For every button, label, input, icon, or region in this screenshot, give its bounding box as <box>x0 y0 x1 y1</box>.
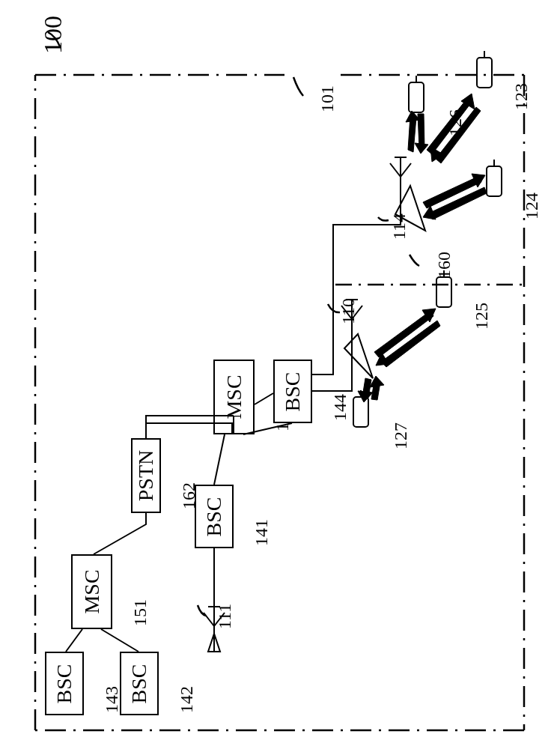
svg-marker-39 <box>406 111 420 122</box>
svg-marker-43 <box>461 94 475 109</box>
svg-line-24 <box>401 163 411 177</box>
svg-line-7 <box>101 629 139 652</box>
svg-marker-16 <box>208 634 220 652</box>
svg-marker-48 <box>423 206 436 219</box>
label-msc-right: MSC <box>222 374 246 419</box>
label-bsc-141: BSC <box>202 497 226 536</box>
ref-msc-left: 151 <box>130 599 150 626</box>
svg-marker-37 <box>408 116 416 152</box>
ref-123: 123 <box>511 83 532 110</box>
ref-110: 110 <box>338 298 359 324</box>
svg-marker-49 <box>374 311 433 357</box>
svg-line-13 <box>204 613 214 626</box>
ref-127: 127 <box>391 422 411 449</box>
device-126 <box>409 76 424 112</box>
svg-marker-55 <box>358 391 373 402</box>
ref-bsc-141: 141 <box>252 519 272 546</box>
ref-100: 100 <box>39 16 67 54</box>
svg-marker-38 <box>418 114 424 148</box>
svg-marker-52 <box>376 353 389 366</box>
label-msc-left: MSC <box>80 569 104 613</box>
ref-160: 160 <box>434 252 454 279</box>
svg-line-10 <box>255 393 273 404</box>
ref-125: 125 <box>472 303 492 330</box>
device-124 <box>487 160 502 196</box>
svg-marker-46 <box>428 187 487 219</box>
svg-line-23 <box>390 163 401 177</box>
svg-rect-35 <box>353 397 368 427</box>
svg-rect-33 <box>436 277 451 307</box>
block-bsc-142: BSC <box>120 652 159 715</box>
arrows-114-126 <box>406 111 428 154</box>
svg-rect-29 <box>477 58 492 88</box>
ref-bsc-143: 143 <box>102 686 122 713</box>
svg-marker-21 <box>344 334 373 378</box>
ref-114: 114 <box>389 213 410 240</box>
ref-bsc-144: 144 <box>330 394 350 421</box>
label-bsc-144: BSC <box>281 372 305 411</box>
arrows-110-127 <box>358 376 384 402</box>
svg-rect-27 <box>409 82 424 112</box>
svg-marker-44 <box>430 147 443 162</box>
svg-rect-31 <box>487 166 502 196</box>
ref-101: 101 <box>317 85 338 112</box>
ref-bsc-142: 142 <box>177 686 197 713</box>
block-bsc-141: BSC <box>195 485 234 548</box>
svg-line-6 <box>66 629 82 652</box>
block-msc-left: MSC <box>71 554 112 629</box>
block-bsc-144: BSC <box>273 360 312 423</box>
label-bsc-142: BSC <box>127 664 151 703</box>
label-bsc-143: BSC <box>52 664 76 703</box>
device-123 <box>477 51 492 88</box>
block-bsc-143: BSC <box>45 652 84 715</box>
diagram-canvas: 100 PSTN 162 MSC 151 MSC 152 BSC 143 BSC… <box>0 0 560 749</box>
svg-marker-56 <box>370 376 384 387</box>
svg-marker-40 <box>415 143 428 154</box>
block-pstn: PSTN <box>131 438 161 513</box>
svg-line-8 <box>214 434 225 485</box>
block-msc-right: MSC <box>213 360 255 434</box>
ref-124: 124 <box>522 192 542 219</box>
ref-111: 111 <box>215 604 235 629</box>
svg-marker-47 <box>472 174 485 187</box>
svg-marker-50 <box>381 321 440 367</box>
device-127 <box>353 390 368 427</box>
ref-126: 126 <box>445 109 466 136</box>
arrows-110-125 <box>374 309 440 367</box>
arrows-114-124 <box>423 174 487 219</box>
svg-marker-54 <box>371 380 380 400</box>
svg-marker-45 <box>423 176 481 208</box>
svg-marker-51 <box>422 309 436 322</box>
svg-marker-53 <box>362 378 371 398</box>
label-pstn: PSTN <box>134 450 158 501</box>
